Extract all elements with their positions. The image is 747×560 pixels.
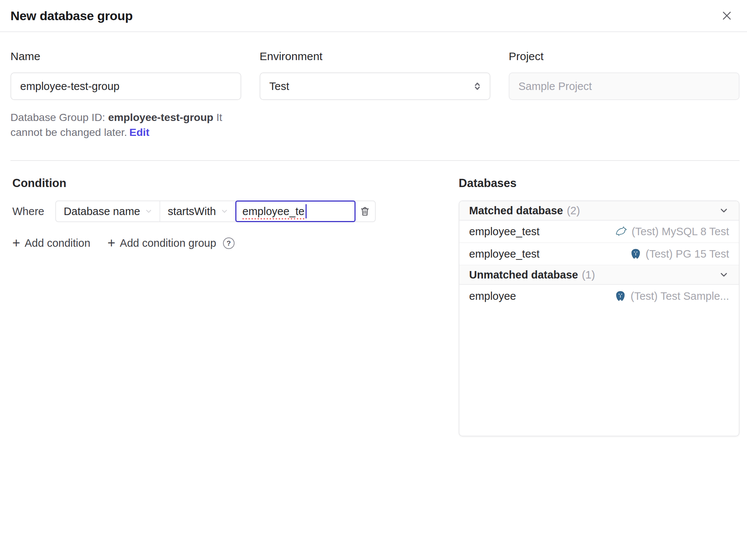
project-input[interactable]	[509, 72, 740, 100]
environment-field-block: Environment Test	[260, 50, 490, 140]
delete-condition-button[interactable]	[355, 201, 375, 221]
chevron-down-icon	[719, 270, 729, 280]
postgresql-icon	[615, 290, 626, 302]
instance-label: (Test) MySQL 8 Test	[632, 225, 729, 238]
group-form: Name Database Group ID: employee-test-gr…	[10, 50, 740, 140]
group-id-value: employee-test-group	[108, 111, 213, 123]
databases-section: Databases Matched database(2) employee_t…	[459, 177, 740, 436]
unmatched-database-count: (1)	[582, 269, 595, 281]
database-row[interactable]: employee_test (Test) PG 15 Test	[459, 243, 739, 265]
condition-expression-group: Database name startsWith	[55, 200, 376, 222]
section-divider	[10, 160, 740, 161]
text-cursor	[306, 204, 307, 218]
condition-operator-value: startsWith	[168, 205, 216, 218]
add-condition-group-label: Add condition group	[120, 237, 216, 249]
mysql-icon	[615, 225, 627, 237]
close-button[interactable]	[719, 7, 735, 24]
project-label: Project	[509, 50, 740, 63]
chevron-down-icon	[220, 207, 229, 215]
database-name: employee_test	[469, 225, 540, 238]
add-condition-label: Add condition	[25, 237, 90, 249]
group-id-help: Database Group ID: employee-test-group I…	[10, 110, 238, 140]
chevron-down-icon	[145, 207, 153, 215]
page-title: New database group	[10, 9, 133, 23]
plus-icon: +	[12, 237, 20, 249]
unmatched-database-title: Unmatched database	[469, 269, 578, 281]
database-row[interactable]: employee_test (Test) MySQL 8 Test	[459, 221, 739, 243]
where-label: Where	[12, 205, 44, 218]
help-icon[interactable]: ?	[223, 237, 235, 249]
up-down-chevrons-icon	[472, 81, 483, 92]
condition-value-input[interactable]: employee_te	[235, 200, 356, 222]
project-field-block: Project	[509, 50, 740, 140]
matched-database-count: (2)	[567, 205, 580, 217]
condition-value-text: employee_te	[242, 205, 304, 218]
postgresql-icon	[630, 248, 641, 259]
close-icon	[721, 10, 733, 22]
name-input[interactable]	[10, 72, 241, 100]
name-field-block: Name Database Group ID: employee-test-gr…	[10, 50, 241, 140]
database-name: employee_test	[469, 248, 540, 260]
name-label: Name	[10, 50, 241, 63]
condition-operator-select[interactable]: startsWith	[160, 201, 236, 221]
edit-link[interactable]: Edit	[129, 126, 149, 138]
condition-field-value: Database name	[63, 205, 140, 218]
matched-database-title: Matched database	[469, 205, 563, 217]
add-condition-group-button[interactable]: + Add condition group ?	[108, 237, 235, 249]
condition-field-select[interactable]: Database name	[56, 201, 160, 221]
condition-actions: + Add condition + Add condition group ?	[12, 237, 459, 249]
database-name: employee	[469, 290, 516, 302]
condition-heading: Condition	[12, 177, 459, 190]
add-condition-button[interactable]: + Add condition	[12, 237, 90, 249]
plus-icon: +	[108, 237, 115, 249]
unmatched-database-header[interactable]: Unmatched database(1)	[459, 265, 739, 285]
condition-section: Condition Where Database name	[10, 177, 459, 249]
instance-label: (Test) PG 15 Test	[646, 248, 729, 260]
trash-icon	[359, 206, 371, 217]
matched-database-header[interactable]: Matched database(2)	[459, 201, 739, 221]
instance-label: (Test) Test Sample...	[630, 290, 729, 302]
databases-heading: Databases	[459, 177, 740, 190]
environment-selected-value: Test	[269, 80, 289, 93]
dialog-header: New database group	[0, 0, 747, 32]
environment-label: Environment	[260, 50, 490, 63]
group-id-prefix: Database Group ID:	[10, 111, 108, 123]
database-row[interactable]: employee (Test) Test Sample...	[459, 285, 739, 307]
new-database-group-dialog: New database group Name Database Group I…	[0, 0, 747, 436]
condition-row: Where Database name startsWith	[12, 200, 459, 222]
chevron-down-icon	[719, 205, 729, 216]
databases-panel: Matched database(2) employee_test	[459, 200, 740, 436]
environment-select[interactable]: Test	[260, 72, 490, 100]
